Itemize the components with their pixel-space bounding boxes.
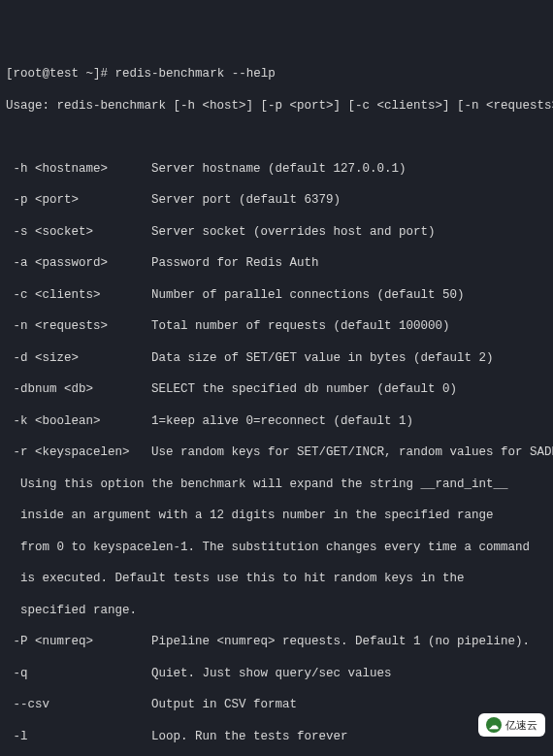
opt-l: -l Loop. Run the tests forever [6, 729, 547, 744]
blank [6, 129, 547, 145]
opt-r-cont: is executed. Default tests use this to h… [6, 571, 547, 586]
opt-d: -d <size> Data size of SET/GET value in … [6, 350, 547, 366]
opt-n: -n <requests> Total number of requests (… [6, 318, 547, 334]
opt-c: -c <clients> Number of parallel connecti… [6, 287, 547, 303]
prompt-close: ] [93, 67, 101, 81]
opt-q: -q Quiet. Just show query/sec values [6, 666, 547, 681]
prompt-open: [ [6, 67, 14, 81]
opt-r-cont: Using this option the benchmark will exp… [6, 477, 547, 492]
cloud-icon: ☁ [486, 717, 502, 733]
opt-dbnum: -dbnum <db> SELECT the specified db numb… [6, 381, 547, 397]
prompt-path: ~ [79, 67, 93, 81]
opt-r-cont: inside an argument with a 12 digits numb… [6, 508, 547, 523]
opt-s: -s <socket> Server socket (overrides hos… [6, 224, 547, 240]
opt-r-cont: specified range. [6, 603, 547, 618]
opt-r-cont: from 0 to keyspacelen-1. The substitutio… [6, 540, 547, 555]
usage-line: Usage: redis-benchmark [-h <host>] [-p <… [6, 98, 547, 114]
opt-csv: --csv Output in CSV format [6, 697, 547, 712]
opt-p: -p <port> Server port (default 6379) [6, 192, 547, 208]
opt-P: -P <numreq> Pipeline <numreq> requests. … [6, 634, 547, 649]
opt-k: -k <boolean> 1=keep alive 0=reconnect (d… [6, 413, 547, 429]
watermark-text: 亿速云 [505, 718, 537, 732]
prompt-host: test [49, 67, 79, 81]
opt-a: -a <password> Password for Redis Auth [6, 255, 547, 271]
watermark-badge: ☁ 亿速云 [478, 713, 545, 737]
prompt-at: @ [43, 67, 50, 81]
opt-r: -r <keyspacelen> Use random keys for SET… [6, 444, 547, 460]
invoked-command: redis-benchmark --help [115, 67, 276, 81]
prompt-line: [root@test ~]# redis-benchmark --help [6, 66, 547, 82]
prompt-user: root [14, 67, 43, 81]
prompt-end: # [101, 67, 115, 81]
opt-h: -h <hostname> Server hostname (default 1… [6, 161, 547, 177]
